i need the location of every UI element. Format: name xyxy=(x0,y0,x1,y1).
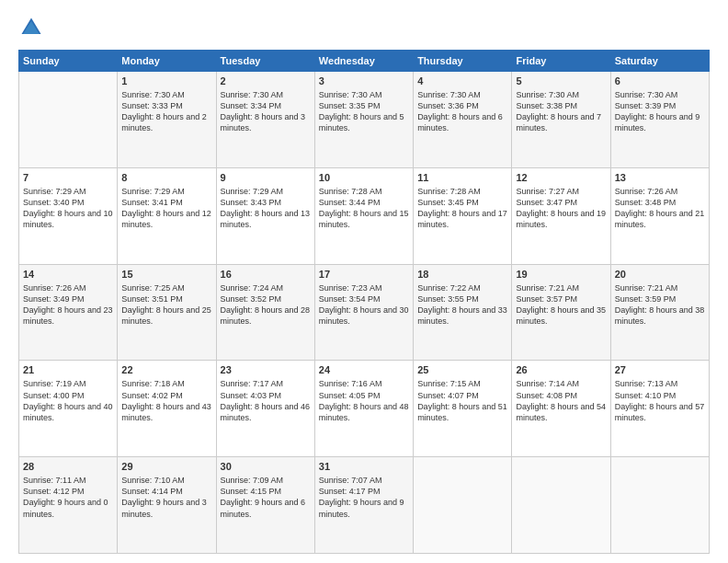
day-number: 19 xyxy=(516,269,606,280)
day-number: 23 xyxy=(221,364,311,375)
day-number: 24 xyxy=(319,364,409,375)
cell-info: Sunrise: 7:24 AMSunset: 3:52 PMDaylight:… xyxy=(221,282,311,327)
calendar-cell: 12Sunrise: 7:27 AMSunset: 3:47 PMDayligh… xyxy=(512,167,610,264)
day-number: 29 xyxy=(121,461,211,472)
cell-content: 10Sunrise: 7:28 AMSunset: 3:44 PMDayligh… xyxy=(319,172,409,231)
cell-content: 23Sunrise: 7:17 AMSunset: 4:03 PMDayligh… xyxy=(221,364,311,423)
calendar-cell: 1Sunrise: 7:30 AMSunset: 3:33 PMDaylight… xyxy=(118,72,216,168)
cell-content: 20Sunrise: 7:21 AMSunset: 3:59 PMDayligh… xyxy=(615,269,705,327)
day-number: 3 xyxy=(319,75,409,86)
day-number: 4 xyxy=(417,75,507,86)
calendar-cell: 4Sunrise: 7:30 AMSunset: 3:36 PMDaylight… xyxy=(414,72,512,168)
day-number: 28 xyxy=(23,461,113,472)
cell-info: Sunrise: 7:26 AMSunset: 3:48 PMDaylight:… xyxy=(615,186,705,231)
calendar-week-row: 28Sunrise: 7:11 AMSunset: 4:12 PMDayligh… xyxy=(19,457,710,554)
calendar-cell: 13Sunrise: 7:26 AMSunset: 3:48 PMDayligh… xyxy=(610,167,709,264)
cell-content: 28Sunrise: 7:11 AMSunset: 4:12 PMDayligh… xyxy=(23,461,113,520)
cell-info: Sunrise: 7:25 AMSunset: 3:51 PMDaylight:… xyxy=(121,282,211,327)
cell-info: Sunrise: 7:30 AMSunset: 3:39 PMDaylight:… xyxy=(615,89,705,134)
cell-info: Sunrise: 7:30 AMSunset: 3:38 PMDaylight:… xyxy=(516,89,606,134)
day-number: 30 xyxy=(221,461,311,472)
calendar-cell: 2Sunrise: 7:30 AMSunset: 3:34 PMDaylight… xyxy=(216,72,314,168)
cell-info: Sunrise: 7:16 AMSunset: 4:05 PMDaylight:… xyxy=(319,378,409,423)
day-number: 17 xyxy=(319,269,409,280)
calendar-cell: 22Sunrise: 7:18 AMSunset: 4:02 PMDayligh… xyxy=(118,361,216,457)
calendar-cell: 20Sunrise: 7:21 AMSunset: 3:59 PMDayligh… xyxy=(610,264,709,361)
day-number: 14 xyxy=(23,269,113,280)
day-number: 5 xyxy=(516,75,606,86)
cell-info: Sunrise: 7:11 AMSunset: 4:12 PMDaylight:… xyxy=(23,475,113,520)
weekday-header-wednesday: Wednesday xyxy=(314,51,413,72)
cell-content: 17Sunrise: 7:23 AMSunset: 3:54 PMDayligh… xyxy=(319,269,409,327)
cell-content: 21Sunrise: 7:19 AMSunset: 4:00 PMDayligh… xyxy=(23,364,113,423)
cell-info: Sunrise: 7:22 AMSunset: 3:55 PMDaylight:… xyxy=(417,282,507,327)
weekday-header-tuesday: Tuesday xyxy=(216,51,314,72)
cell-content: 1Sunrise: 7:30 AMSunset: 3:33 PMDaylight… xyxy=(121,75,211,134)
cell-content: 9Sunrise: 7:29 AMSunset: 3:43 PMDaylight… xyxy=(221,172,311,231)
cell-info: Sunrise: 7:13 AMSunset: 4:10 PMDaylight:… xyxy=(615,378,705,423)
calendar-cell: 28Sunrise: 7:11 AMSunset: 4:12 PMDayligh… xyxy=(19,457,118,554)
weekday-header-sunday: Sunday xyxy=(19,51,118,72)
cell-info: Sunrise: 7:27 AMSunset: 3:47 PMDaylight:… xyxy=(516,186,606,231)
cell-info: Sunrise: 7:30 AMSunset: 3:36 PMDaylight:… xyxy=(417,89,507,134)
cell-content: 2Sunrise: 7:30 AMSunset: 3:34 PMDaylight… xyxy=(221,75,311,134)
cell-info: Sunrise: 7:10 AMSunset: 4:14 PMDaylight:… xyxy=(121,475,211,520)
cell-info: Sunrise: 7:28 AMSunset: 3:44 PMDaylight:… xyxy=(319,186,409,231)
day-number: 22 xyxy=(121,364,211,375)
cell-content: 7Sunrise: 7:29 AMSunset: 3:40 PMDaylight… xyxy=(23,172,113,231)
cell-content: 19Sunrise: 7:21 AMSunset: 3:57 PMDayligh… xyxy=(516,269,606,327)
cell-info: Sunrise: 7:14 AMSunset: 4:08 PMDaylight:… xyxy=(516,378,606,423)
day-number: 25 xyxy=(417,364,507,375)
calendar-table: SundayMondayTuesdayWednesdayThursdayFrid… xyxy=(18,50,710,554)
header xyxy=(18,15,710,40)
day-number: 20 xyxy=(615,269,705,280)
cell-info: Sunrise: 7:19 AMSunset: 4:00 PMDaylight:… xyxy=(23,378,113,423)
cell-content: 22Sunrise: 7:18 AMSunset: 4:02 PMDayligh… xyxy=(121,364,211,423)
calendar-week-row: 7Sunrise: 7:29 AMSunset: 3:40 PMDaylight… xyxy=(19,167,710,264)
cell-info: Sunrise: 7:29 AMSunset: 3:40 PMDaylight:… xyxy=(23,186,113,231)
weekday-header-saturday: Saturday xyxy=(610,51,709,72)
cell-content: 12Sunrise: 7:27 AMSunset: 3:47 PMDayligh… xyxy=(516,172,606,231)
calendar-week-row: 1Sunrise: 7:30 AMSunset: 3:33 PMDaylight… xyxy=(19,72,710,168)
cell-content: 29Sunrise: 7:10 AMSunset: 4:14 PMDayligh… xyxy=(121,461,211,520)
calendar-cell: 23Sunrise: 7:17 AMSunset: 4:03 PMDayligh… xyxy=(216,361,314,457)
cell-content: 14Sunrise: 7:26 AMSunset: 3:49 PMDayligh… xyxy=(23,269,113,327)
weekday-header-monday: Monday xyxy=(118,51,216,72)
cell-info: Sunrise: 7:29 AMSunset: 3:43 PMDaylight:… xyxy=(221,186,311,231)
day-number: 21 xyxy=(23,364,113,375)
calendar-week-row: 21Sunrise: 7:19 AMSunset: 4:00 PMDayligh… xyxy=(19,361,710,457)
cell-content: 8Sunrise: 7:29 AMSunset: 3:41 PMDaylight… xyxy=(121,172,211,231)
weekday-header-friday: Friday xyxy=(512,51,610,72)
day-number: 7 xyxy=(23,172,113,183)
cell-info: Sunrise: 7:30 AMSunset: 3:33 PMDaylight:… xyxy=(121,89,211,134)
cell-content: 6Sunrise: 7:30 AMSunset: 3:39 PMDaylight… xyxy=(615,75,705,134)
cell-info: Sunrise: 7:29 AMSunset: 3:41 PMDaylight:… xyxy=(121,186,211,231)
cell-content: 16Sunrise: 7:24 AMSunset: 3:52 PMDayligh… xyxy=(221,269,311,327)
cell-info: Sunrise: 7:21 AMSunset: 3:59 PMDaylight:… xyxy=(615,282,705,327)
calendar-cell: 8Sunrise: 7:29 AMSunset: 3:41 PMDaylight… xyxy=(118,167,216,264)
cell-content: 27Sunrise: 7:13 AMSunset: 4:10 PMDayligh… xyxy=(615,364,705,423)
calendar-cell: 7Sunrise: 7:29 AMSunset: 3:40 PMDaylight… xyxy=(19,167,118,264)
day-number: 18 xyxy=(417,269,507,280)
cell-content: 5Sunrise: 7:30 AMSunset: 3:38 PMDaylight… xyxy=(516,75,606,134)
day-number: 10 xyxy=(319,172,409,183)
calendar-cell: 11Sunrise: 7:28 AMSunset: 3:45 PMDayligh… xyxy=(414,167,512,264)
cell-content: 31Sunrise: 7:07 AMSunset: 4:17 PMDayligh… xyxy=(319,461,409,520)
calendar-cell: 14Sunrise: 7:26 AMSunset: 3:49 PMDayligh… xyxy=(19,264,118,361)
day-number: 9 xyxy=(221,172,311,183)
day-number: 27 xyxy=(615,364,705,375)
calendar-cell: 5Sunrise: 7:30 AMSunset: 3:38 PMDaylight… xyxy=(512,72,610,168)
cell-content: 15Sunrise: 7:25 AMSunset: 3:51 PMDayligh… xyxy=(121,269,211,327)
calendar-cell: 25Sunrise: 7:15 AMSunset: 4:07 PMDayligh… xyxy=(414,361,512,457)
calendar-cell: 16Sunrise: 7:24 AMSunset: 3:52 PMDayligh… xyxy=(216,264,314,361)
calendar-cell: 31Sunrise: 7:07 AMSunset: 4:17 PMDayligh… xyxy=(314,457,413,554)
day-number: 11 xyxy=(417,172,507,183)
cell-info: Sunrise: 7:21 AMSunset: 3:57 PMDaylight:… xyxy=(516,282,606,327)
cell-info: Sunrise: 7:07 AMSunset: 4:17 PMDaylight:… xyxy=(319,475,409,520)
day-number: 1 xyxy=(121,75,211,86)
calendar-cell: 26Sunrise: 7:14 AMSunset: 4:08 PMDayligh… xyxy=(512,361,610,457)
cell-info: Sunrise: 7:30 AMSunset: 3:35 PMDaylight:… xyxy=(319,89,409,134)
cell-info: Sunrise: 7:28 AMSunset: 3:45 PMDaylight:… xyxy=(417,186,507,231)
logo-icon xyxy=(18,15,44,40)
calendar-cell: 6Sunrise: 7:30 AMSunset: 3:39 PMDaylight… xyxy=(610,72,709,168)
